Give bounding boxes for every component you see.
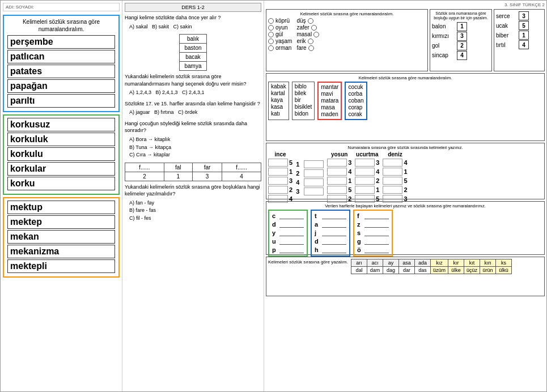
letter-input[interactable] [279,237,304,245]
q2-options: A) 1,2,4,3 B) 2,4,1,3 C) 2,4,3,1 [129,89,261,97]
right-row-5: Kelimeleri sözlük sırasına göre yazalım.… [266,257,545,296]
right-row-2: Kelimeleri sözlük sırasına göre numarala… [266,73,545,141]
letter-row: h [315,246,346,253]
answer-box[interactable] [268,159,288,167]
circle-icon [268,32,274,37]
letter-input[interactable] [364,246,389,253]
letter-input[interactable] [322,220,346,228]
q4-options: A) Bora → kitaplık B) Tuna → kitapça C) … [129,136,261,159]
circle-icon [313,32,319,37]
section3-yosun: yosun 3 4 1 [327,151,351,203]
word-group-1: Kelimeleri sözlük sırasına göre numarala… [3,15,120,112]
section3-row: 4 [327,168,351,176]
word-item: patlıcan [7,50,115,63]
answer-box[interactable] [355,168,375,176]
q3-text: Sözlükte 17. ve 15. harfler arasında ola… [125,100,261,108]
letter-row: u [272,237,304,245]
letter-input[interactable] [364,212,389,219]
left-title: ADI: SOYADI: [3,3,120,11]
letter-input[interactable] [364,220,389,228]
section1-col1: köprü oyun gül yaşam orman [268,18,292,51]
section3-row: 2 [355,177,379,185]
right-row-4: Verilen harflerle başlayan kelimeleri ya… [266,201,545,255]
section3-row: 3 [268,177,292,185]
letter-input[interactable] [279,246,304,253]
answer-box[interactable] [327,159,347,167]
word-item: mekan [7,230,115,244]
section3-row: 3 [327,159,351,167]
num-row: kırmızı 3 [432,32,490,41]
answer-box[interactable] [355,186,375,194]
section4-col3: f z s g [353,210,393,257]
section3-row: 5 [327,186,351,194]
middle-title: DERS 1-2 [125,3,261,12]
letter-input[interactable] [364,229,389,236]
section4-col1: c d y u [268,210,308,257]
q2-text: Yukarıdaki kelimelerin sözlük sırasına g… [125,73,261,87]
word-item: mektepli [7,259,115,273]
section3-row: 5 [383,177,407,185]
answer-box[interactable] [327,177,347,185]
letter-input[interactable] [364,237,389,245]
num-row: tırtıl 4 [496,40,542,49]
answer-box[interactable] [383,186,402,194]
word-circle-item: erik [296,38,319,44]
circle-icon [311,25,317,31]
answer-box[interactable] [268,168,288,176]
word-circle-item: oyun [268,24,292,31]
word-circle-item: gül [268,31,292,37]
section3-row: 1 [327,177,351,185]
num-row: sincap 4 [432,51,490,60]
answer-box[interactable] [383,177,402,185]
section1-col3: Sözlük sıra numarasına göre boşluğu uygu… [430,9,492,71]
circle-icon [308,18,313,24]
word-item: parıltı [7,94,115,108]
section3-ince: ince 5 1 3 [268,151,292,203]
q1-text: Hangi kelime sözlükte daha önce yer alır… [125,14,261,22]
section2-title: Kelimeleri sözlük sırasına göre numarala… [268,75,542,80]
section5-title: Kelimeleri sözlük sırasına göre yazalım. [268,259,348,294]
middle-panel: DERS 1-2 Hangi kelime sözlükte daha önce… [122,1,264,391]
letter-input[interactable] [322,212,346,219]
num-box: 4 [457,51,467,60]
section3-ucurtma: ucurtma 3 4 2 [355,151,379,203]
letter-input[interactable] [322,237,346,245]
left-panel: ADI: SOYADI: Kelimeleri sözlük sırasına … [1,1,122,391]
answer-box[interactable] [304,178,324,186]
answer-box[interactable] [327,186,347,194]
answer-box[interactable] [355,177,375,185]
circle-icon [308,45,314,51]
word-item: patates [7,65,115,78]
q5-text: Yukarıdaki kelimelerin sözlük sırasına g… [125,184,261,198]
num-box: 2 [457,41,467,50]
letter-input[interactable] [279,229,304,236]
section3-row: 2 [268,186,292,194]
answer-box[interactable] [268,177,288,185]
letter-input[interactable] [322,229,346,236]
letter-input[interactable] [322,246,346,253]
answer-box[interactable] [304,188,324,195]
syllable-table: arı acı ay asa ada kız kır kıt kın ks [351,259,512,274]
letter-input[interactable] [279,220,304,228]
answer-box[interactable] [304,160,324,168]
letter-input[interactable] [279,212,304,219]
circle-icon [268,25,274,31]
answer-box[interactable] [383,168,402,176]
letter-row: p [272,246,304,253]
answer-box[interactable] [355,159,375,167]
num-box: 4 [519,40,529,49]
answer-box[interactable] [268,186,288,194]
section5-box: Kelimeleri sözlük sırasına göre yazalım.… [266,257,545,296]
num-grid: serce 3 ucak 5 biber 1 tırtıl 4 [496,11,542,49]
right-row-3: Numaralara sırasına göre sözlük sırasınd… [266,143,545,199]
letter-row: j [315,229,346,236]
word-item: korkulu [7,147,115,161]
num-grid: balon 1 kırmızı 3 gol 2 sincap 4 [432,22,490,60]
section2-col4: cocuk corba coban corap corak [345,82,367,120]
answer-box[interactable] [327,168,347,176]
answer-box[interactable] [383,159,402,167]
section3-row: 1 [268,168,292,176]
answer-box[interactable] [304,169,324,177]
num-box: 3 [519,11,529,20]
letter-row: t [315,212,346,219]
